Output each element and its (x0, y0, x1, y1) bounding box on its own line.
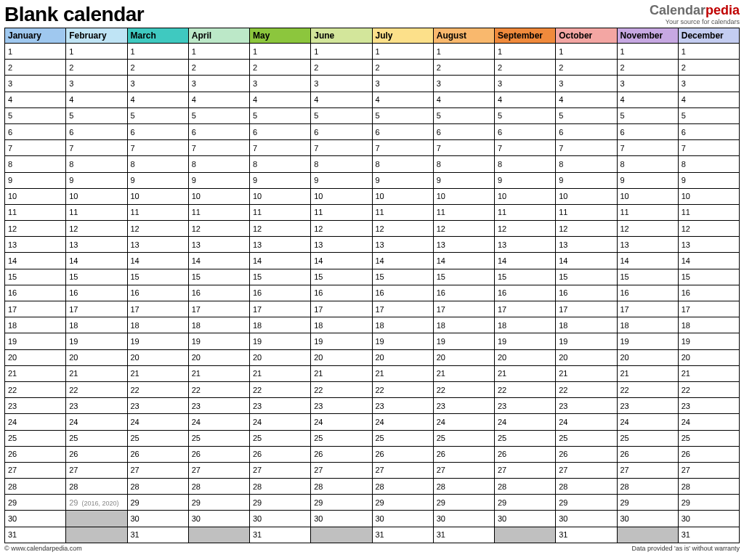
day-cell: 2 (188, 60, 249, 76)
day-cell: 26 (250, 446, 311, 462)
day-cell: 12 (617, 221, 678, 237)
day-cell: 5 (678, 107, 739, 123)
day-row: 222222222222 (5, 60, 740, 76)
day-cell: 17 (5, 301, 66, 317)
day-cell: 17 (66, 301, 127, 317)
day-cell: 29 (495, 495, 556, 511)
day-cell: 16 (678, 285, 739, 301)
day-cell: 16 (250, 285, 311, 301)
day-cell: 16 (66, 285, 127, 301)
day-cell: 17 (617, 301, 678, 317)
day-cell: 25 (678, 430, 739, 446)
day-cell: 31 (678, 527, 739, 543)
day-cell: 23 (188, 398, 249, 414)
day-cell: 19 (678, 333, 739, 349)
day-cell: 2 (495, 60, 556, 76)
day-cell: 15 (188, 269, 249, 285)
day-cell: 26 (311, 446, 372, 462)
day-cell: 11 (617, 204, 678, 220)
day-cell: 5 (556, 107, 617, 123)
day-cell: 9 (372, 172, 433, 188)
day-cell: 24 (556, 414, 617, 430)
day-cell: 29 (311, 495, 372, 511)
day-cell: 5 (127, 107, 188, 123)
day-cell: 17 (250, 301, 311, 317)
day-cell: 8 (433, 156, 494, 172)
day-cell: 1 (678, 44, 739, 60)
day-cell: 29 (617, 495, 678, 511)
day-cell: 28 (617, 479, 678, 495)
brand-cal: Calendar (650, 3, 705, 17)
day-cell: 2 (556, 60, 617, 76)
day-cell: 2 (678, 60, 739, 76)
day-cell: 21 (188, 365, 249, 381)
day-cell: 31 (372, 527, 433, 543)
day-cell: 16 (127, 285, 188, 301)
day-row: 191919191919191919191919 (5, 333, 740, 349)
day-cell: 19 (311, 333, 372, 349)
day-cell: 13 (250, 237, 311, 253)
day-cell: 23 (250, 398, 311, 414)
day-cell: 7 (250, 140, 311, 156)
day-cell: 27 (311, 462, 372, 478)
day-cell: 29 (5, 495, 66, 511)
day-cell: 28 (311, 479, 372, 495)
day-cell: 30 (311, 511, 372, 527)
footer: © www.calendarpedia.com Data provided 'a… (4, 543, 740, 552)
day-row: 242424242424242424242424 (5, 414, 740, 430)
footer-left: © www.calendarpedia.com (4, 545, 82, 552)
day-cell: 22 (5, 381, 66, 397)
day-cell: 31 (556, 527, 617, 543)
day-cell: 5 (495, 107, 556, 123)
day-cell: 14 (66, 253, 127, 269)
day-cell: 20 (66, 349, 127, 365)
day-cell: 11 (250, 204, 311, 220)
day-row: 444444444444 (5, 92, 740, 107)
day-cell: 4 (188, 92, 249, 107)
day-cell: 28 (556, 479, 617, 495)
day-row: 333333333333 (5, 76, 740, 92)
day-cell: 14 (250, 253, 311, 269)
day-cell: 6 (5, 123, 66, 139)
day-cell: 14 (495, 253, 556, 269)
day-cell: 27 (250, 462, 311, 478)
day-cell: 10 (250, 188, 311, 204)
day-row: 121212121212121212121212 (5, 221, 740, 237)
day-cell: 27 (678, 462, 739, 478)
day-row: 101010101010101010101010 (5, 188, 740, 204)
day-cell: 24 (495, 414, 556, 430)
day-cell: 4 (678, 92, 739, 107)
day-cell: 7 (311, 140, 372, 156)
day-cell: 22 (127, 381, 188, 397)
day-cell: 29 (433, 495, 494, 511)
day-cell: 2 (311, 60, 372, 76)
day-cell: 18 (5, 317, 66, 333)
day-cell: 21 (678, 365, 739, 381)
day-cell: 13 (556, 237, 617, 253)
day-cell: 11 (678, 204, 739, 220)
day-cell: 20 (127, 349, 188, 365)
day-cell: 28 (188, 479, 249, 495)
day-cell: 19 (556, 333, 617, 349)
day-cell: 8 (188, 156, 249, 172)
day-cell: 31 (250, 527, 311, 543)
day-row: 212121212121212121212121 (5, 365, 740, 381)
day-cell: 19 (188, 333, 249, 349)
day-row: 141414141414141414141414 (5, 253, 740, 269)
day-row: 262626262626262626262626 (5, 446, 740, 462)
day-cell: 3 (188, 76, 249, 92)
day-cell: 26 (495, 446, 556, 462)
day-cell: 1 (433, 44, 494, 60)
day-cell: 19 (66, 333, 127, 349)
day-cell: 10 (556, 188, 617, 204)
day-cell: 7 (5, 140, 66, 156)
day-cell: 11 (66, 204, 127, 220)
day-cell: 30 (495, 511, 556, 527)
day-cell: 2 (372, 60, 433, 76)
day-cell: 14 (311, 253, 372, 269)
day-cell: 26 (127, 446, 188, 462)
day-cell: 29 (678, 495, 739, 511)
day-cell: 14 (188, 253, 249, 269)
day-cell: 13 (372, 237, 433, 253)
day-cell: 7 (556, 140, 617, 156)
